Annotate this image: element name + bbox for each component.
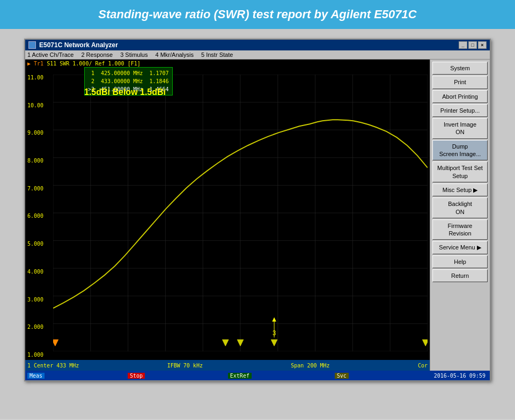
sidebar-btn-backlight[interactable]: BacklightON	[432, 197, 488, 218]
y-label-10: 10.00	[27, 102, 43, 108]
y-label-8: 8.000	[27, 158, 43, 164]
title-bar-left: E5071C Network Analyzer	[28, 41, 118, 49]
sidebar-btn-invert-image[interactable]: Invert ImageON	[432, 118, 488, 139]
chart-status-bar: 1 Center 433 MHz IFBW 70 kHz Span 200 MH…	[25, 360, 430, 371]
y-label-11: 11.00	[27, 75, 43, 80]
minimize-button[interactable]: _	[459, 41, 467, 49]
marker-left-triangle	[53, 340, 58, 346]
sidebar-btn-service-menu[interactable]: Service Menu ▶	[432, 241, 488, 254]
close-button[interactable]: ×	[478, 41, 487, 49]
menu-stimulus[interactable]: 3 Stimulus	[120, 51, 148, 58]
menu-instr-state[interactable]: 5 Instr State	[201, 51, 233, 58]
chart-area: ▶ Tr1 S11 SWR 1.000/ Ref 1.000 [F1] 1 42…	[25, 60, 430, 371]
y-axis-labels: 11.00 10.00 9.000 8.000 7.000 6.000 5.00…	[27, 60, 43, 360]
main-container: E5071C Network Analyzer _ □ × 1 Active C…	[0, 29, 515, 419]
marker-3-triangle	[271, 340, 277, 346]
y-label-7: 7.000	[27, 186, 43, 191]
window-status-bar: Meas Stop ExtRef Svc 2016-05-16 09:59	[25, 371, 490, 380]
content-area: ▶ Tr1 S11 SWR 1.000/ Ref 1.000 [F1] 1 42…	[25, 60, 490, 371]
y-label-3: 3.000	[27, 297, 43, 303]
status-span: Span 200 MHz	[291, 363, 329, 369]
title-controls: _ □ ×	[459, 41, 487, 49]
status-datetime: 2016-05-16 09:59	[432, 373, 488, 379]
menu-bar: 1 Active Ch/Trace 2 Response 3 Stimulus …	[25, 50, 490, 60]
status-center: 1 Center 433 MHz	[27, 363, 79, 369]
marker-3-arrow	[272, 317, 276, 321]
annotation-text: 1.5dBi Below 1.5dBi	[84, 87, 166, 97]
sidebar-btn-printer-setup[interactable]: Printer Setup...	[432, 104, 488, 117]
sidebar-btn-system[interactable]: System	[432, 62, 488, 75]
status-ifbw: IFBW 70 kHz	[167, 363, 203, 369]
window-frame: E5071C Network Analyzer _ □ × 1 Active C…	[24, 39, 491, 381]
y-label-1: 1.000	[27, 352, 43, 358]
sidebar-btn-return[interactable]: Return	[432, 269, 488, 282]
sidebar-btn-misc-setup[interactable]: Misc Setup ▶	[432, 183, 488, 196]
sidebar-btn-help[interactable]: Help	[432, 255, 488, 268]
sidebar-btn-dump-screen[interactable]: DumpScreen Image...	[432, 140, 488, 161]
menu-response[interactable]: 2 Response	[81, 51, 113, 58]
sidebar-panel: System Print Abort Printing Printer Setu…	[430, 60, 490, 371]
marker-right-triangle	[422, 340, 428, 346]
title-bar: E5071C Network Analyzer _ □ ×	[25, 40, 490, 50]
y-label-4: 4.000	[27, 269, 43, 275]
sidebar-btn-firmware[interactable]: FirmwareRevision	[432, 219, 488, 240]
y-label-2: 2.000	[27, 324, 43, 330]
menu-mkr-analysis[interactable]: 4 Mkr/Analysis	[155, 51, 194, 58]
marker-1: 1 425.00000 MHz 1.1707	[88, 69, 169, 77]
status-meas: Meas	[27, 373, 45, 379]
sidebar-btn-multiport[interactable]: Multiport Test Set Setup	[432, 161, 488, 182]
trace-param: S11 SWR 1.000/ Ref 1.000 [F1]	[47, 61, 141, 67]
marker-2-triangle	[237, 340, 243, 346]
status-stop: Stop	[128, 373, 145, 379]
sidebar-btn-print[interactable]: Print	[432, 76, 488, 89]
menu-active-ch-trace[interactable]: 1 Active Ch/Trace	[27, 51, 73, 58]
status-extref: ExtRef	[228, 373, 252, 379]
y-label-9: 9.000	[27, 130, 43, 136]
maximize-button[interactable]: □	[468, 41, 477, 49]
trace-label: ▶ Tr1 S11 SWR 1.000/ Ref 1.000 [F1]	[27, 61, 141, 67]
marker-1-triangle	[223, 340, 229, 346]
chart-svg: 3	[53, 75, 428, 351]
marker-2: 2 433.00000 MHz 1.1846	[88, 77, 169, 85]
y-label-6: 6.000	[27, 213, 43, 219]
status-svc: Svc	[335, 373, 349, 379]
status-cor: Cor	[418, 363, 428, 369]
trace-id: ▶ Tr1	[27, 61, 43, 67]
y-label-5: 5.000	[27, 241, 43, 247]
app-icon	[28, 41, 36, 49]
header-banner: Standing-wave ratio (SWR) test report by…	[0, 0, 515, 29]
window-title: E5071C Network Analyzer	[39, 41, 118, 49]
sidebar-btn-abort-printing[interactable]: Abort Printing	[432, 90, 488, 103]
